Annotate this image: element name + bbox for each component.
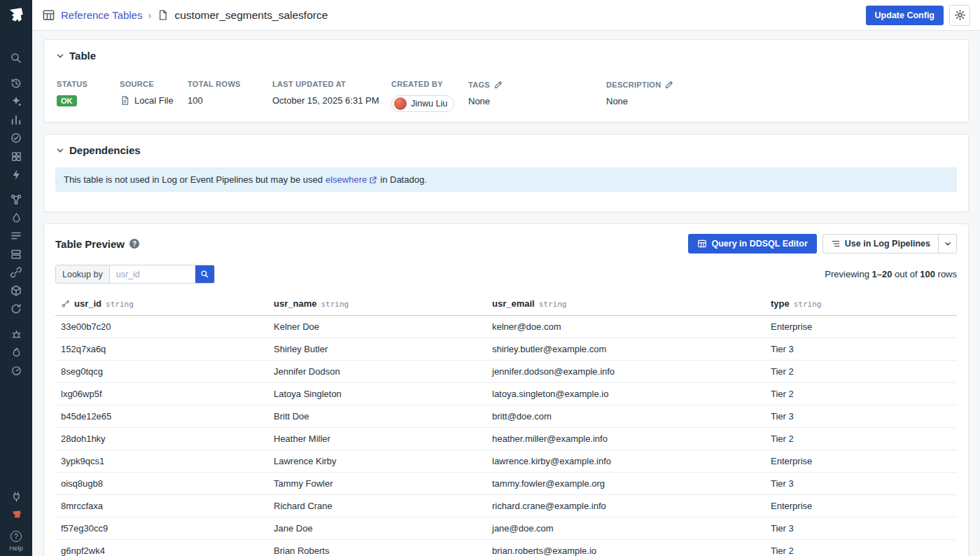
help-person-icon: ? (10, 531, 22, 542)
dependencies-text-after: in Datadog. (380, 174, 427, 185)
gauge-icon[interactable] (0, 361, 32, 380)
collapse-dependencies-chevron-icon[interactable] (55, 146, 65, 155)
table-row[interactable]: 3ypk9qcs1Lawrence Kirbylawrence.kirby@ex… (55, 450, 957, 473)
total-rows-value: 100 (188, 95, 272, 106)
search-icon (200, 270, 209, 279)
created-by-field: CREATED BY Jinwu Liu (391, 80, 468, 112)
datadog-logo[interactable] (0, 1, 32, 29)
lookup-search-button[interactable] (195, 265, 214, 283)
synthetics-icon[interactable] (0, 300, 32, 318)
column-header-usr-name[interactable]: usr_namestring (268, 292, 486, 316)
preview-table: usr_idstring usr_namestring usr_emailstr… (55, 292, 957, 556)
status-badge: OK (57, 95, 77, 106)
description-value: None (606, 96, 957, 106)
security-icon[interactable] (0, 209, 32, 227)
lookup-by-label: Lookup by (56, 265, 110, 283)
help-label: Help (9, 544, 23, 552)
breadcrumb-separator: › (148, 9, 151, 21)
help-tooltip-icon[interactable]: ? (130, 239, 139, 249)
edit-description-pencil-icon[interactable] (665, 80, 674, 89)
avatar (394, 97, 407, 110)
apm-icon[interactable] (0, 165, 32, 183)
table-preview-card: Table Preview ? Query in DDSQL Editor Us… (43, 223, 969, 556)
dependencies-info-banner: This table is not used in Log or Event P… (55, 167, 957, 192)
status-field: STATUS OK (57, 80, 120, 112)
service-map-icon[interactable] (0, 190, 32, 209)
chevron-down-icon (944, 239, 952, 248)
source-field: SOURCE Local File (120, 80, 188, 112)
lookup-input[interactable] (110, 265, 195, 283)
primary-key-icon (61, 299, 70, 308)
ddsql-table-icon (697, 239, 707, 249)
total-rows-field: TOTAL ROWS 100 (188, 80, 272, 112)
table-row[interactable]: 8seg0tqcgJennifer Dodsonjennifer.dodson@… (55, 361, 957, 383)
breadcrumb-reference-tables[interactable]: Reference Tables (61, 9, 142, 21)
created-by-name: Jinwu Liu (411, 99, 447, 109)
sidebar-bottom: ? Help (0, 487, 32, 556)
monitors-icon[interactable] (0, 129, 32, 147)
table-preview-title: Table Preview (55, 238, 125, 250)
edit-tags-pencil-icon[interactable] (494, 80, 503, 89)
table-row[interactable]: f57eg30cc9Jane Doejane@doe.comTier 3 (55, 517, 957, 540)
last-updated-field: LAST UPDATED AT October 15, 2025 6:31 PM (272, 80, 391, 112)
table-row[interactable]: g6npf2wk4Brian Robertsbrian.roberts@exam… (55, 540, 957, 556)
dependencies-section-title: Dependencies (69, 144, 141, 156)
history-icon[interactable] (0, 74, 32, 92)
table-row[interactable]: lxg06wp5fLatoya Singletonlatoya.singleto… (55, 383, 957, 405)
column-header-usr-email[interactable]: usr_emailstring (486, 292, 765, 316)
plugin-icon[interactable] (0, 487, 32, 506)
use-in-log-pipelines-button[interactable]: Use in Log Pipelines (822, 234, 939, 253)
pipelines-dropdown-button[interactable] (939, 234, 957, 253)
top-header: Reference Tables › customer_segments_sal… (32, 0, 980, 31)
tags-field: TAGS None (468, 80, 606, 112)
logs-icon[interactable] (0, 227, 32, 245)
settings-gear-button[interactable] (949, 5, 970, 26)
package-icon[interactable] (0, 282, 32, 300)
update-config-button[interactable]: Update Config (866, 6, 944, 25)
profiling-icon[interactable] (0, 343, 32, 361)
lookup-control: Lookup by (55, 265, 215, 284)
source-value: Local File (134, 95, 174, 106)
column-header-usr-id[interactable]: usr_idstring (55, 292, 268, 316)
pipelines-icon (831, 239, 841, 249)
collapse-table-chevron-icon[interactable] (55, 51, 65, 61)
file-icon (120, 95, 130, 106)
infrastructure-icon[interactable] (0, 245, 32, 263)
gear-icon (954, 9, 966, 21)
table-row[interactable]: b45de12e65Britt Doebritt@doe.comTier 3 (55, 405, 957, 428)
last-updated-value: October 15, 2025 6:31 PM (272, 95, 391, 106)
page-title: customer_segments_salesforce (174, 9, 328, 22)
dashboards-icon[interactable] (0, 147, 32, 165)
description-field: DESCRIPTION None (606, 80, 957, 112)
watchdog-icon[interactable] (0, 92, 32, 111)
previewing-rows-status: Previewing 1–20 out of 100 rows (825, 269, 957, 279)
table-row[interactable]: oisq8ugb8Tammy Fowlertammy.fowler@exampl… (55, 473, 957, 495)
bits-icon[interactable] (0, 506, 32, 524)
dependencies-card: Dependencies This table is not used in L… (43, 134, 969, 212)
table-section-title: Table (69, 50, 96, 62)
metrics-icon[interactable] (0, 111, 32, 129)
search-icon[interactable] (0, 49, 32, 67)
table-row[interactable]: 152q7xa6qShirley Butlershirley.butler@ex… (55, 338, 957, 361)
elsewhere-link[interactable]: elsewhere (326, 174, 377, 185)
table-row[interactable]: 8mrccfaxaRichard Cranerichard.crane@exam… (55, 495, 957, 517)
external-link-icon (369, 176, 377, 184)
tags-value: None (468, 96, 606, 106)
table-row[interactable]: 28doh1hkyHeather Millerheather.miller@ex… (55, 428, 957, 450)
table-summary-card: Table STATUS OK SOURCE Local File TOTAL … (43, 39, 969, 123)
created-by-user-pill[interactable]: Jinwu Liu (391, 95, 454, 112)
main-content: Table STATUS OK SOURCE Local File TOTAL … (32, 31, 980, 556)
table-doc-icon (157, 9, 169, 21)
query-ddsql-button[interactable]: Query in DDSQL Editor (688, 234, 816, 253)
dependencies-text: This table is not used in Log or Event P… (64, 174, 323, 185)
reference-tables-icon (42, 8, 55, 22)
column-header-type[interactable]: typestring (765, 292, 957, 316)
integrations-icon[interactable] (0, 263, 32, 282)
bug-icon[interactable] (0, 325, 32, 343)
table-header-row: usr_idstring usr_namestring usr_emailstr… (55, 292, 957, 316)
app-sidebar: ? Help (0, 0, 32, 556)
help-button[interactable]: ? Help (9, 531, 23, 552)
table-row[interactable]: 33e00b7c20Kelner Doekelner@doe.comEnterp… (55, 316, 957, 338)
